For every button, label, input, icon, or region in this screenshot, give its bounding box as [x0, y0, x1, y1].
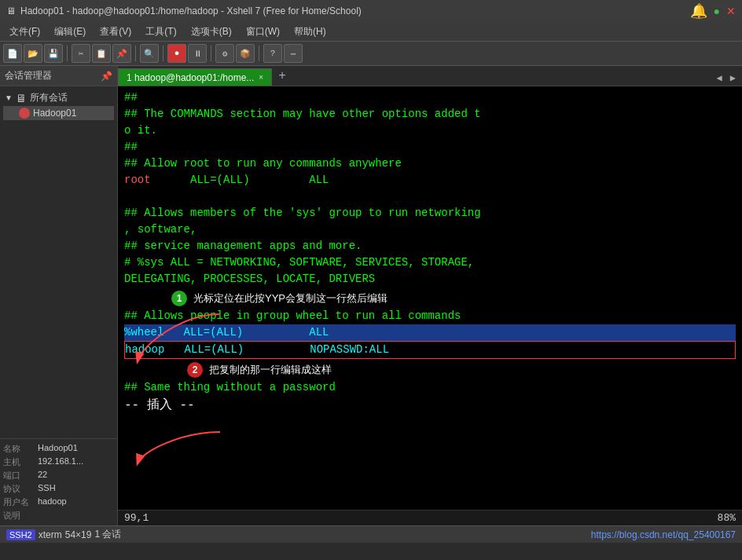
menu-view[interactable]: 查看(V)	[94, 24, 138, 40]
menu-tools[interactable]: 工具(T)	[139, 24, 182, 40]
minimize-icon[interactable]: 🔔	[690, 2, 707, 20]
toolbar-copy[interactable]: 📋	[92, 44, 111, 63]
terminal-content: ## ## The COMMANDS section may have othe…	[118, 86, 742, 510]
prop-name-value: Hadoop01	[38, 443, 78, 455]
prop-protocol-label: 协议	[3, 483, 35, 495]
annotation-1: 1 光标定位在此按YYP会复制这一行然后编辑	[171, 291, 736, 306]
toolbar: 📄 📂 💾 ✂ 📋 📌 🔍 ● ⏸ ⚙ 📦 ? ⋯	[0, 41, 742, 66]
toolbar-new[interactable]: 📄	[3, 44, 22, 63]
tree-item-label: Hadoop01	[33, 108, 76, 119]
toolbar-help[interactable]: ?	[263, 44, 282, 63]
term-line-10: ## service management apps and more.	[124, 238, 736, 254]
toolbar-find[interactable]: 🔍	[140, 44, 159, 63]
term-line-5: ## Allow root to run any commands anywhe…	[124, 156, 736, 172]
folder-icon: 🖥	[16, 92, 27, 104]
term-line-1: ##	[124, 90, 736, 106]
term-line-7	[124, 188, 736, 205]
properties-panel: 名称 Hadoop01 主机 192.168.1... 端口 22 协议 SSH…	[0, 438, 117, 525]
terminal-status-left: 99,1	[124, 512, 149, 524]
prop-port-label: 端口	[3, 470, 35, 481]
annotation-1-text: 光标定位在此按YYP会复制这一行然后编辑	[193, 291, 388, 306]
tab-add-btn[interactable]: +	[272, 67, 292, 86]
prop-port-value: 22	[38, 470, 47, 481]
prop-protocol-value: SSH	[38, 483, 56, 495]
terminal[interactable]: ## ## The COMMANDS section may have othe…	[118, 86, 742, 525]
sidebar-pin[interactable]: 📌	[101, 71, 112, 82]
tree-group-all: ▼ 🖥 所有会话 Hadoop01	[3, 90, 114, 120]
menu-help[interactable]: 帮助(H)	[288, 24, 332, 40]
sidebar: 会话管理器 📌 ▼ 🖥 所有会话 Hadoop01 名称 Hadoop01	[0, 66, 118, 525]
close-icon[interactable]: ✕	[726, 5, 736, 17]
titlebar-left: 🖥 Hadoop01 - hadoop@hadoop01:/home/hadoo…	[6, 5, 362, 16]
term-line-8: ## Allows members of the 'sys' group to …	[124, 205, 736, 221]
titlebar-title: Hadoop01 - hadoop@hadoop01:/home/hadoop …	[20, 5, 362, 16]
status-link-text: https://blog.csdn.net/qq_25400167	[591, 529, 736, 540]
term-line-15: hadoop ALL=(ALL) NOPASSWD:ALL	[124, 341, 736, 359]
term-line-12: DELEGATING, PROCESSES, LOCATE, DRIVERS	[124, 271, 736, 287]
tab-arrows: ◀ ▶	[714, 71, 742, 86]
tree-group-header[interactable]: ▼ 🖥 所有会话	[3, 90, 114, 106]
annotation-1-num: 1	[171, 291, 187, 306]
prop-port: 端口 22	[3, 469, 114, 482]
term-line-9: , software,	[124, 221, 736, 238]
tab-close-btn[interactable]: ×	[259, 73, 263, 82]
term-line-2: ## The COMMANDS section may have other o…	[124, 106, 736, 123]
prop-host: 主机 192.168.1...	[3, 456, 114, 469]
menubar: 文件(F) 编辑(E) 查看(V) 工具(T) 选项卡(B) 窗口(W) 帮助(…	[0, 22, 742, 41]
app-icon: 🖥	[6, 5, 16, 16]
toolbar-sep3	[163, 46, 163, 61]
right-pane: 1 hadoop@hadoop01:/home... × + ◀ ▶ ## ##…	[118, 66, 742, 525]
toolbar-cut[interactable]: ✂	[72, 44, 90, 63]
prop-host-label: 主机	[3, 456, 35, 468]
term-line-13: ## Allows people in group wheel to run a…	[124, 308, 736, 324]
term-line-4: ##	[124, 139, 736, 156]
tree-item-hadoop01[interactable]: Hadoop01	[3, 106, 114, 120]
prop-user: 用户名 hadoop	[3, 496, 114, 509]
status-xterm: xterm	[39, 529, 62, 540]
toolbar-sep5	[259, 46, 259, 61]
sidebar-title: 会话管理器	[5, 69, 52, 82]
maximize-icon[interactable]: ●	[714, 5, 720, 17]
ssh-badge: SSH2	[6, 529, 35, 540]
sessions-tree: ▼ 🖥 所有会话 Hadoop01	[0, 86, 117, 438]
titlebar-controls: 🔔 ● ✕	[690, 2, 736, 20]
toolbar-transfer[interactable]: 📦	[236, 44, 255, 63]
host-icon	[19, 108, 30, 119]
terminal-tab[interactable]: 1 hadoop@hadoop01:/home... ×	[118, 68, 272, 86]
toolbar-save[interactable]: 💾	[44, 44, 63, 63]
tab-bar: 1 hadoop@hadoop01:/home... × + ◀ ▶	[118, 66, 742, 86]
toolbar-paste[interactable]: 📌	[112, 44, 131, 63]
term-line-3: o it.	[124, 123, 736, 139]
prop-user-label: 用户名	[3, 496, 35, 508]
tab-next-arrow[interactable]: ▶	[727, 71, 739, 86]
prop-user-value: hadoop	[38, 496, 67, 508]
prop-desc-label: 说明	[3, 510, 35, 522]
toolbar-disconnect[interactable]: ⏸	[188, 44, 207, 63]
toolbar-settings[interactable]: ⚙	[215, 44, 234, 63]
menu-window[interactable]: 窗口(W)	[240, 24, 286, 40]
toolbar-sep2	[135, 46, 136, 61]
prop-desc: 说明	[3, 509, 114, 522]
toolbar-more[interactable]: ⋯	[284, 44, 303, 63]
prop-name-label: 名称	[3, 443, 35, 455]
annotation-2-text: 把复制的那一行编辑成这样	[209, 362, 332, 378]
annotation-2: 2 把复制的那一行编辑成这样	[187, 362, 736, 378]
term-line-14: %wheel ALL=(ALL) ALL	[124, 324, 736, 341]
toolbar-connect[interactable]: ●	[167, 44, 186, 63]
toolbar-open[interactable]: 📂	[24, 44, 42, 63]
prop-name: 名称 Hadoop01	[3, 442, 114, 456]
main-layout: 会话管理器 📌 ▼ 🖥 所有会话 Hadoop01 名称 Hadoop01	[0, 66, 742, 525]
terminal-statusline: 99,1 88%	[118, 510, 742, 525]
terminal-status-right: 88%	[718, 512, 736, 524]
menu-tabs[interactable]: 选项卡(B)	[185, 24, 238, 40]
statusbar: SSH2 xterm 54×19 1 会话 https://blog.csdn.…	[0, 525, 742, 543]
tab-label: 1 hadoop@hadoop01:/home...	[127, 72, 254, 83]
menu-file[interactable]: 文件(F)	[3, 24, 46, 40]
sidebar-header: 会话管理器 📌	[0, 66, 117, 86]
prop-protocol: 协议 SSH	[3, 482, 114, 496]
status-dimensions: 54×19	[65, 529, 92, 540]
tab-prev-arrow[interactable]: ◀	[714, 71, 725, 86]
toolbar-sep1	[67, 46, 68, 61]
menu-edit[interactable]: 编辑(E)	[48, 24, 92, 40]
term-line-11: # %sys ALL = NETWORKING, SOFTWARE, SERVI…	[124, 254, 736, 271]
